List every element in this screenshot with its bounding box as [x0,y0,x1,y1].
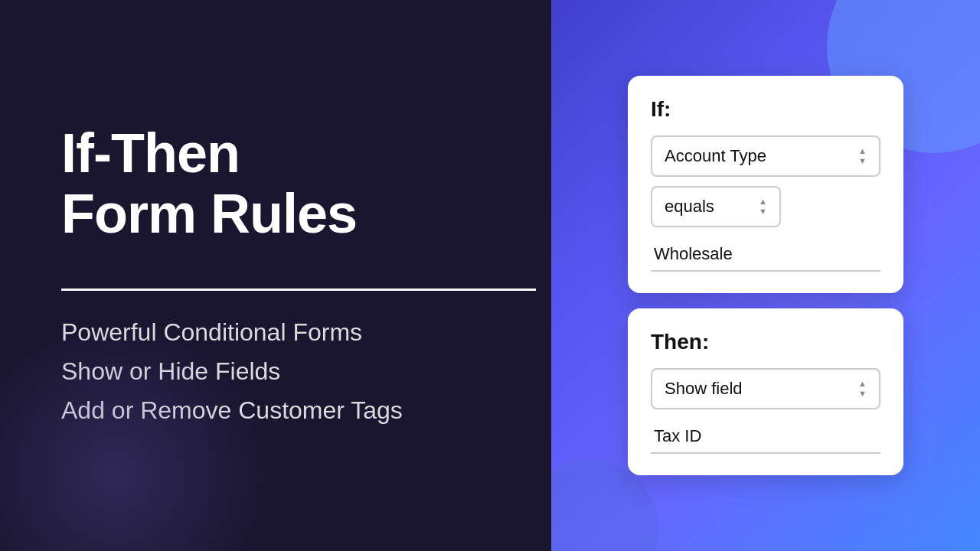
title-line2: Form Rules [61,183,357,244]
arrow-up-icon2: ▲ [759,197,767,206]
if-card: If: Account Type ▲ ▼ equals ▲ ▼ Wholesal… [628,76,903,293]
field-dropdown[interactable]: Account Type ▲ ▼ [651,135,880,177]
arrow-up-icon3: ▲ [858,380,867,388]
if-label: If: [651,97,880,122]
bullet-3: Add or Remove Customer Tags [61,393,505,428]
main-title: If-Then Form Rules [61,123,505,244]
operator-dropdown[interactable]: equals ▲ ▼ [651,186,781,227]
action-dropdown-arrows: ▲ ▼ [858,380,867,398]
arrow-down-icon2: ▼ [759,207,767,216]
arrow-down-icon: ▼ [858,157,867,165]
left-panel: If-Then Form Rules Powerful Conditional … [0,0,551,551]
right-panel: If: Account Type ▲ ▼ equals ▲ ▼ Wholesal… [551,0,980,551]
title-line1: If-Then [61,122,240,184]
arrow-up-icon: ▲ [858,147,867,155]
field-dropdown-arrows: ▲ ▼ [858,147,867,165]
operator-dropdown-arrows: ▲ ▼ [759,197,767,216]
arrow-down-icon3: ▼ [858,390,867,398]
divider [61,289,536,291]
then-card: Then: Show field ▲ ▼ Tax ID [628,308,903,475]
bullet-2: Show or Hide Fields [61,354,505,389]
operator-dropdown-value: equals [665,197,714,217]
title-block: If-Then Form Rules [61,123,505,244]
action-dropdown[interactable]: Show field ▲ ▼ [651,368,880,409]
action-dropdown-value: Show field [665,379,743,399]
then-label: Then: [651,330,880,354]
field-dropdown-value: Account Type [665,146,766,166]
then-field-text: Tax ID [651,419,880,454]
bullet-list: Powerful Conditional Forms Show or Hide … [61,315,505,427]
if-value-text: Wholesale [651,236,880,272]
bullet-1: Powerful Conditional Forms [61,315,505,350]
